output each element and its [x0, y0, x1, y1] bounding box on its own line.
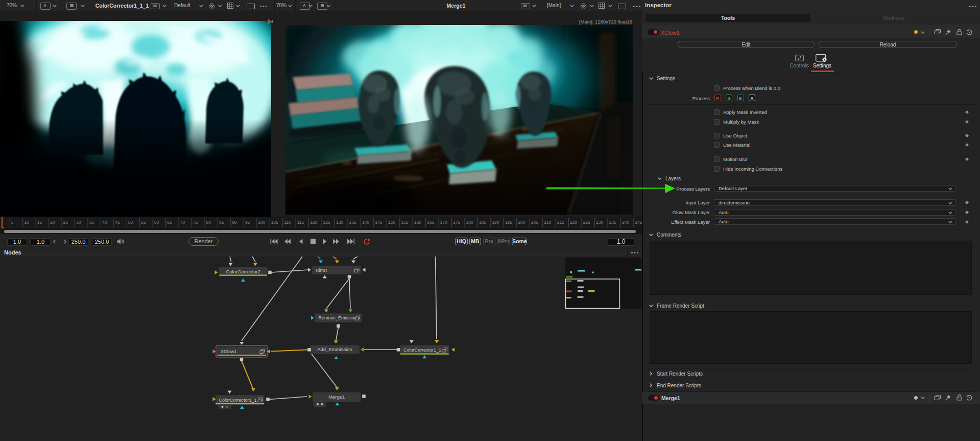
svg-text:40: 40 — [102, 220, 107, 225]
svg-text:105: 105 — [271, 220, 278, 225]
svg-text:125: 125 — [323, 220, 330, 225]
svg-text:190: 190 — [492, 220, 499, 225]
svg-text:RimR: RimR — [316, 268, 327, 273]
svg-text:Merge1: Merge1 — [328, 394, 345, 400]
svg-text:55: 55 — [141, 220, 146, 225]
svg-text:225: 225 — [583, 220, 590, 225]
svg-text:Add_Emmission: Add_Emmission — [317, 346, 352, 352]
svg-text:180: 180 — [466, 220, 473, 225]
svg-text:20: 20 — [50, 220, 55, 225]
svg-text:50: 50 — [128, 220, 133, 225]
svg-text:ColorCorrector1_1: ColorCorrector1_1 — [403, 347, 441, 353]
svg-text:205: 205 — [531, 220, 538, 225]
svg-text:245: 245 — [635, 220, 642, 225]
svg-text:Remove_Emission: Remove_Emission — [319, 315, 357, 320]
svg-text:75: 75 — [193, 220, 198, 225]
svg-text:ColorCorrector1_1...: ColorCorrector1_1... — [219, 398, 261, 403]
svg-text:95: 95 — [245, 220, 250, 225]
svg-text:90: 90 — [232, 220, 237, 225]
svg-text:110: 110 — [284, 220, 291, 225]
svg-text:175: 175 — [453, 220, 460, 225]
svg-text:XGlow1: XGlow1 — [221, 349, 237, 354]
svg-text:120: 120 — [310, 220, 317, 225]
svg-text:10: 10 — [24, 220, 29, 225]
svg-text:185: 185 — [479, 220, 486, 225]
svg-text:155: 155 — [401, 220, 408, 225]
svg-text:85: 85 — [219, 220, 224, 225]
svg-text:45: 45 — [115, 220, 120, 225]
svg-text:140: 140 — [362, 220, 369, 225]
svg-text:160: 160 — [414, 220, 421, 225]
svg-text:195: 195 — [505, 220, 512, 225]
svg-text:240: 240 — [622, 220, 629, 225]
svg-text:115: 115 — [297, 220, 304, 225]
svg-text:215: 215 — [557, 220, 564, 225]
svg-text:25: 25 — [63, 220, 68, 225]
svg-text:5: 5 — [11, 220, 14, 225]
svg-text:35: 35 — [89, 220, 94, 225]
svg-text:170: 170 — [440, 220, 447, 225]
svg-text:135: 135 — [349, 220, 356, 225]
svg-text:ColorCorrector2: ColorCorrector2 — [226, 269, 260, 274]
svg-text:210: 210 — [544, 220, 551, 225]
svg-text:30: 30 — [76, 220, 81, 225]
svg-text:130: 130 — [336, 220, 343, 225]
svg-text:145: 145 — [375, 220, 382, 225]
svg-text:150: 150 — [388, 220, 395, 225]
svg-text:235: 235 — [609, 220, 616, 225]
svg-text:220: 220 — [570, 220, 577, 225]
svg-text:100: 100 — [258, 220, 265, 225]
svg-text:230: 230 — [596, 220, 603, 225]
svg-text:200: 200 — [518, 220, 525, 225]
svg-text:70: 70 — [180, 220, 185, 225]
svg-text:165: 165 — [427, 220, 434, 225]
svg-text:60: 60 — [154, 220, 159, 225]
svg-text:15: 15 — [37, 220, 42, 225]
svg-text:80: 80 — [206, 220, 211, 225]
svg-text:65: 65 — [167, 220, 172, 225]
